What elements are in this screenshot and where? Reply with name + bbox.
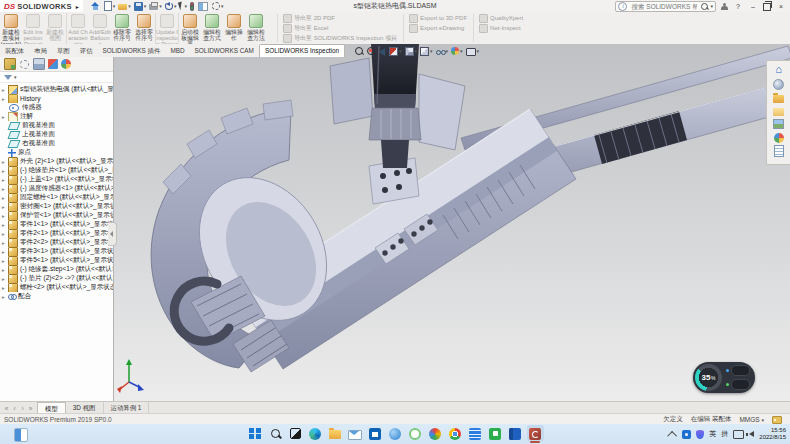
green-circle-app-icon[interactable] [407, 425, 424, 442]
configurationmanager-tab-icon[interactable] [33, 58, 45, 70]
displaymanager-tab-icon[interactable] [61, 59, 71, 69]
new-inspection-view-button[interactable]: 新建检视图 [44, 13, 66, 42]
tree-item[interactable]: ▸ s型铠装铠热电偶 (默认<默认_显示状态-1> [0, 85, 113, 94]
previous-view-icon[interactable] [379, 47, 386, 56]
panel-collapse-handle[interactable] [108, 222, 117, 246]
graphics-area[interactable]: ▾ ▾ ▾ ▾ ▾ ▾ [113, 44, 790, 401]
home-icon[interactable] [91, 2, 101, 11]
zoom-area-icon[interactable] [367, 47, 376, 55]
tab-assembly[interactable]: 装配体 [0, 45, 29, 57]
section-view-icon[interactable]: ▾ [389, 46, 402, 56]
menu-expand-arrow-icon[interactable]: ▸ [76, 3, 79, 10]
tree-item[interactable]: ▸ 上视基准面 [0, 130, 113, 139]
cloud-app-icon[interactable] [387, 425, 404, 442]
user-account-icon[interactable] [721, 3, 728, 10]
tree-item[interactable]: ▸ 配合 [0, 292, 113, 301]
store-icon[interactable] [367, 425, 384, 442]
tab-motion-study-1[interactable]: 运动算例 1 [104, 402, 150, 413]
tab-mbd[interactable]: MBD [165, 45, 189, 57]
rebuild-traffic-light-icon[interactable] [190, 2, 195, 11]
mail-icon[interactable] [347, 425, 364, 442]
browser-wheel-icon[interactable] [427, 425, 444, 442]
file-explorer-icon[interactable] [327, 425, 344, 442]
word-icon[interactable] [507, 425, 524, 442]
save-icon[interactable]: ▾ [134, 2, 147, 11]
search-icon[interactable] [701, 3, 708, 10]
tree-item[interactable]: ▸ 原点 [0, 148, 113, 157]
tree-item[interactable]: ▸ 零件5<1> (默认<<默认>_显示状态 [0, 256, 113, 265]
units-selector[interactable]: MMGS ▾ [739, 416, 764, 423]
tree-item[interactable]: ▸ 保护管<1> (默认<<默认>_显示状 [0, 211, 113, 220]
tree-item[interactable]: ▸ (-) 绝缘套.step<1> (默认<<默认> [0, 265, 113, 274]
edit-appearance-icon[interactable]: ▾ [451, 47, 463, 55]
display-style-icon[interactable]: ▾ [420, 46, 433, 56]
search-input[interactable] [629, 2, 699, 11]
tree-item[interactable]: ▸ 零件1<1> (默认<<默认>_显示状态 [0, 220, 113, 229]
tab-sw-inspection[interactable]: SOLIDWORKS Inspection [259, 44, 345, 57]
widgets-button[interactable] [14, 428, 28, 442]
recorder-progress-dial[interactable]: 35% [695, 364, 722, 391]
task-view-button[interactable] [287, 425, 304, 442]
new-document-icon[interactable]: ▾ [104, 1, 116, 11]
tab-layout[interactable]: 布局 [29, 45, 52, 57]
custom-properties-tab-icon[interactable] [774, 145, 784, 157]
tag-icon[interactable] [772, 416, 782, 424]
tray-shield-icon[interactable] [696, 430, 704, 439]
view-palette-tab-icon[interactable] [773, 119, 784, 129]
options-gear-icon[interactable]: ▾ [212, 2, 224, 10]
undo-icon[interactable]: ▾ [165, 2, 177, 10]
tray-blue-app-icon[interactable] [682, 430, 691, 439]
edit-operations-button[interactable]: 编辑操作 [223, 13, 245, 42]
sheet-next-icon[interactable]: › [19, 405, 26, 412]
tree-item[interactable]: ▸ 零件2<2> (默认<<默认>_显示状态 [0, 238, 113, 247]
tab-3d-views[interactable]: 3D 视图 [66, 402, 104, 413]
tree-item[interactable]: ▸ History [0, 94, 113, 103]
restore-button[interactable] [763, 3, 771, 11]
export-2d-pdf-button[interactable]: 导出至 2D PDF [283, 14, 397, 22]
recorder-button-bottom[interactable] [731, 379, 750, 390]
minimize-button[interactable]: – [748, 3, 758, 10]
sw-resources-tab-icon[interactable] [773, 79, 784, 90]
remove-balloons-button[interactable]: 移除零件序号 [111, 13, 133, 42]
tree-item[interactable]: ▸ 外壳 (2)<1> (默认<<默认>_显示状 [0, 157, 113, 166]
ime-language-indicator[interactable]: 英 [709, 429, 716, 439]
start-button[interactable] [247, 425, 264, 442]
display-tray-icon[interactable] [733, 430, 744, 439]
edit-inspection-methods-button[interactable]: 编辑检查方式 [201, 13, 223, 42]
design-library-tab-icon[interactable] [773, 95, 784, 103]
tree-item[interactable]: ▸ (-) 绝缘垫片<1> (默认<<默认>_显 [0, 166, 113, 175]
filter-caret-icon[interactable]: ▾ [14, 75, 17, 80]
qualityxpert-button[interactable]: QualityXpert [479, 14, 523, 22]
net-inspect-button[interactable]: Net-Inspect [479, 24, 523, 32]
select-arrow-icon[interactable]: ▾ [179, 2, 187, 10]
file-explorer-tab-icon[interactable] [773, 108, 784, 116]
tab-sw-cam[interactable]: SOLIDWORKS CAM [190, 45, 259, 57]
tree-item[interactable]: ▸ 右视基准面 [0, 139, 113, 148]
notes-app-icon[interactable] [467, 425, 484, 442]
recorder-button-top[interactable] [731, 365, 750, 376]
edit-inspection-method-button[interactable]: 编辑检查方法 [245, 13, 267, 42]
export-excel-button[interactable]: 导出至 Excel [283, 24, 397, 32]
home-tab-icon[interactable]: ⌂ [773, 64, 784, 75]
tree-item[interactable]: ▸ 密封圈<1> (默认<<默认>_显示状 [0, 202, 113, 211]
tree-item[interactable]: ▸ (-) 上盖<1> (默认<<默认>_显示状 [0, 175, 113, 184]
tree-item[interactable]: ▸ 注解 [0, 112, 113, 121]
volume-tray-icon[interactable] [749, 431, 754, 437]
sheet-last-icon[interactable]: » [27, 405, 34, 412]
3d-model-canvas[interactable] [113, 44, 790, 401]
export-sw-inspection-button[interactable]: 导出至 SOLIDWORKS Inspection 项目 [283, 34, 397, 42]
tab-evaluate[interactable]: 评估 [75, 45, 98, 57]
open-document-icon[interactable]: ▾ [118, 2, 131, 10]
taskbar-clock[interactable]: 15:56 2022/8/15 [759, 427, 786, 441]
sheet-prev-icon[interactable]: ‹ [11, 405, 18, 412]
sheet-first-icon[interactable]: « [3, 405, 10, 412]
tab-sw-addins[interactable]: SOLIDWORKS 插件 [98, 45, 166, 57]
tree-item[interactable]: ▸ 零件3<1> (默认<<默认>_显示状态 [0, 247, 113, 256]
view-orientation-icon[interactable]: ▾ [405, 46, 418, 56]
select-balloons-button[interactable]: 选择零件序号 [133, 13, 155, 42]
hide-show-items-icon[interactable]: ▾ [436, 48, 449, 55]
appearances-tab-icon[interactable] [774, 133, 784, 143]
dimxpertmanager-tab-icon[interactable] [48, 59, 58, 69]
close-button[interactable]: × [776, 3, 786, 10]
tree-item[interactable]: ▸ (-) 温度传感器<1> (默认<<默认>_ [0, 184, 113, 193]
